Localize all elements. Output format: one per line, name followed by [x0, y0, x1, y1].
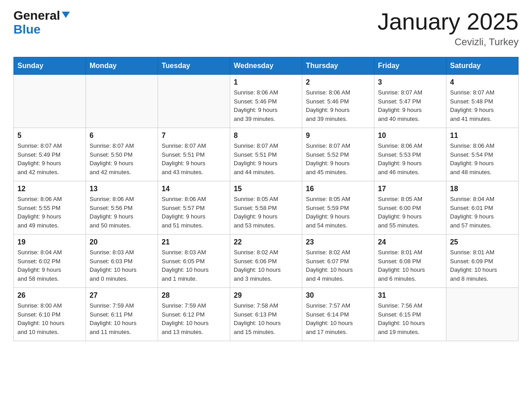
- day-cell: 7Sunrise: 8:07 AMSunset: 5:51 PMDaylight…: [158, 128, 230, 181]
- day-number: 13: [90, 185, 154, 193]
- day-info: Sunrise: 7:56 AMSunset: 6:15 PMDaylight:…: [378, 301, 442, 336]
- day-cell: 11Sunrise: 8:06 AMSunset: 5:54 PMDayligh…: [446, 128, 519, 181]
- logo: General Blue: [13, 9, 71, 37]
- day-number: 5: [17, 132, 82, 140]
- day-number: 20: [90, 238, 154, 246]
- day-info: Sunrise: 8:00 AMSunset: 6:10 PMDaylight:…: [17, 301, 82, 336]
- day-number: 18: [450, 185, 515, 193]
- day-info: Sunrise: 8:07 AMSunset: 5:47 PMDaylight:…: [378, 88, 442, 123]
- day-info: Sunrise: 7:59 AMSunset: 6:12 PMDaylight:…: [162, 301, 226, 336]
- day-number: 3: [378, 78, 442, 86]
- header-cell-wednesday: Wednesday: [230, 57, 302, 75]
- day-info: Sunrise: 8:07 AMSunset: 5:52 PMDaylight:…: [306, 141, 370, 176]
- day-number: 23: [306, 238, 370, 246]
- week-row-2: 5Sunrise: 8:07 AMSunset: 5:49 PMDaylight…: [14, 128, 519, 181]
- day-info: Sunrise: 8:02 AMSunset: 6:06 PMDaylight:…: [234, 248, 298, 283]
- day-number: 31: [378, 291, 442, 300]
- day-cell: 1Sunrise: 8:06 AMSunset: 5:46 PMDaylight…: [230, 75, 302, 128]
- logo-blue-text: Blue: [13, 23, 41, 37]
- day-info: Sunrise: 8:07 AMSunset: 5:51 PMDaylight:…: [234, 141, 298, 176]
- day-number: 4: [450, 78, 515, 86]
- day-cell: 3Sunrise: 8:07 AMSunset: 5:47 PMDaylight…: [374, 75, 446, 128]
- day-info: Sunrise: 8:04 AMSunset: 6:01 PMDaylight:…: [450, 195, 515, 230]
- title-section: January 2025 Cevizli, Turkey: [378, 9, 519, 48]
- day-cell: 6Sunrise: 8:07 AMSunset: 5:50 PMDaylight…: [86, 128, 158, 181]
- day-info: Sunrise: 8:03 AMSunset: 6:05 PMDaylight:…: [162, 248, 226, 283]
- day-info: Sunrise: 8:05 AMSunset: 5:59 PMDaylight:…: [306, 195, 370, 230]
- calendar-subtitle: Cevizli, Turkey: [378, 36, 519, 48]
- day-cell: [14, 75, 86, 128]
- header-cell-saturday: Saturday: [446, 57, 519, 75]
- day-info: Sunrise: 7:57 AMSunset: 6:14 PMDaylight:…: [306, 301, 370, 336]
- svg-marker-0: [62, 12, 70, 18]
- header-cell-tuesday: Tuesday: [158, 57, 230, 75]
- day-number: 15: [234, 185, 298, 193]
- day-cell: 26Sunrise: 8:00 AMSunset: 6:10 PMDayligh…: [14, 288, 86, 341]
- day-number: 8: [234, 132, 298, 140]
- day-cell: 14Sunrise: 8:06 AMSunset: 5:57 PMDayligh…: [158, 181, 230, 235]
- day-number: 10: [378, 132, 442, 140]
- day-cell: 5Sunrise: 8:07 AMSunset: 5:49 PMDaylight…: [14, 128, 86, 181]
- day-cell: 13Sunrise: 8:06 AMSunset: 5:56 PMDayligh…: [86, 181, 158, 235]
- day-info: Sunrise: 8:07 AMSunset: 5:50 PMDaylight:…: [90, 141, 154, 176]
- day-cell: 22Sunrise: 8:02 AMSunset: 6:06 PMDayligh…: [230, 235, 302, 288]
- day-cell: 8Sunrise: 8:07 AMSunset: 5:51 PMDaylight…: [230, 128, 302, 181]
- day-cell: 19Sunrise: 8:04 AMSunset: 6:02 PMDayligh…: [14, 235, 86, 288]
- day-info: Sunrise: 8:05 AMSunset: 5:58 PMDaylight:…: [234, 195, 298, 230]
- day-number: 9: [306, 132, 370, 140]
- day-info: Sunrise: 8:07 AMSunset: 5:48 PMDaylight:…: [450, 88, 515, 123]
- day-info: Sunrise: 7:59 AMSunset: 6:11 PMDaylight:…: [90, 301, 154, 336]
- day-info: Sunrise: 8:03 AMSunset: 6:03 PMDaylight:…: [90, 248, 154, 283]
- day-number: 21: [162, 238, 226, 246]
- week-row-1: 1Sunrise: 8:06 AMSunset: 5:46 PMDaylight…: [14, 75, 519, 128]
- header-cell-friday: Friday: [374, 57, 446, 75]
- day-number: 16: [306, 185, 370, 193]
- day-cell: 25Sunrise: 8:01 AMSunset: 6:09 PMDayligh…: [446, 235, 519, 288]
- day-cell: 21Sunrise: 8:03 AMSunset: 6:05 PMDayligh…: [158, 235, 230, 288]
- day-number: 27: [90, 291, 154, 300]
- day-info: Sunrise: 8:07 AMSunset: 5:49 PMDaylight:…: [17, 141, 82, 176]
- day-info: Sunrise: 8:07 AMSunset: 5:51 PMDaylight:…: [162, 141, 226, 176]
- day-info: Sunrise: 8:06 AMSunset: 5:46 PMDaylight:…: [306, 88, 370, 123]
- day-info: Sunrise: 8:01 AMSunset: 6:09 PMDaylight:…: [450, 248, 515, 283]
- day-cell: 31Sunrise: 7:56 AMSunset: 6:15 PMDayligh…: [374, 288, 446, 341]
- day-number: 17: [378, 185, 442, 193]
- day-cell: 20Sunrise: 8:03 AMSunset: 6:03 PMDayligh…: [86, 235, 158, 288]
- day-number: 1: [234, 78, 298, 86]
- calendar-table: SundayMondayTuesdayWednesdayThursdayFrid…: [13, 57, 519, 341]
- day-cell: 15Sunrise: 8:05 AMSunset: 5:58 PMDayligh…: [230, 181, 302, 235]
- day-cell: 27Sunrise: 7:59 AMSunset: 6:11 PMDayligh…: [86, 288, 158, 341]
- day-info: Sunrise: 8:04 AMSunset: 6:02 PMDaylight:…: [17, 248, 82, 283]
- day-info: Sunrise: 8:06 AMSunset: 5:53 PMDaylight:…: [378, 141, 442, 176]
- day-cell: [446, 288, 519, 341]
- day-number: 19: [17, 238, 82, 246]
- day-info: Sunrise: 8:06 AMSunset: 5:46 PMDaylight:…: [234, 88, 298, 123]
- day-number: 25: [450, 238, 515, 246]
- day-info: Sunrise: 8:06 AMSunset: 5:54 PMDaylight:…: [450, 141, 515, 176]
- day-cell: 23Sunrise: 8:02 AMSunset: 6:07 PMDayligh…: [302, 235, 374, 288]
- header-cell-monday: Monday: [86, 57, 158, 75]
- day-cell: 16Sunrise: 8:05 AMSunset: 5:59 PMDayligh…: [302, 181, 374, 235]
- day-cell: 2Sunrise: 8:06 AMSunset: 5:46 PMDaylight…: [302, 75, 374, 128]
- day-cell: [158, 75, 230, 128]
- header-cell-sunday: Sunday: [14, 57, 86, 75]
- day-info: Sunrise: 8:02 AMSunset: 6:07 PMDaylight:…: [306, 248, 370, 283]
- page-header: General Blue January 2025 Cevizli, Turke…: [13, 9, 519, 48]
- day-number: 12: [17, 185, 82, 193]
- day-cell: 10Sunrise: 8:06 AMSunset: 5:53 PMDayligh…: [374, 128, 446, 181]
- logo-triangle-icon: [61, 10, 71, 20]
- day-number: 2: [306, 78, 370, 86]
- day-number: 30: [306, 291, 370, 300]
- day-cell: 28Sunrise: 7:59 AMSunset: 6:12 PMDayligh…: [158, 288, 230, 341]
- day-number: 26: [17, 291, 82, 300]
- day-number: 6: [90, 132, 154, 140]
- day-cell: 18Sunrise: 8:04 AMSunset: 6:01 PMDayligh…: [446, 181, 519, 235]
- day-cell: 29Sunrise: 7:58 AMSunset: 6:13 PMDayligh…: [230, 288, 302, 341]
- day-info: Sunrise: 8:01 AMSunset: 6:08 PMDaylight:…: [378, 248, 442, 283]
- day-cell: 17Sunrise: 8:05 AMSunset: 6:00 PMDayligh…: [374, 181, 446, 235]
- logo-text: General: [13, 9, 60, 23]
- day-number: 29: [234, 291, 298, 300]
- day-info: Sunrise: 8:06 AMSunset: 5:56 PMDaylight:…: [90, 195, 154, 230]
- day-number: 28: [162, 291, 226, 300]
- day-cell: 9Sunrise: 8:07 AMSunset: 5:52 PMDaylight…: [302, 128, 374, 181]
